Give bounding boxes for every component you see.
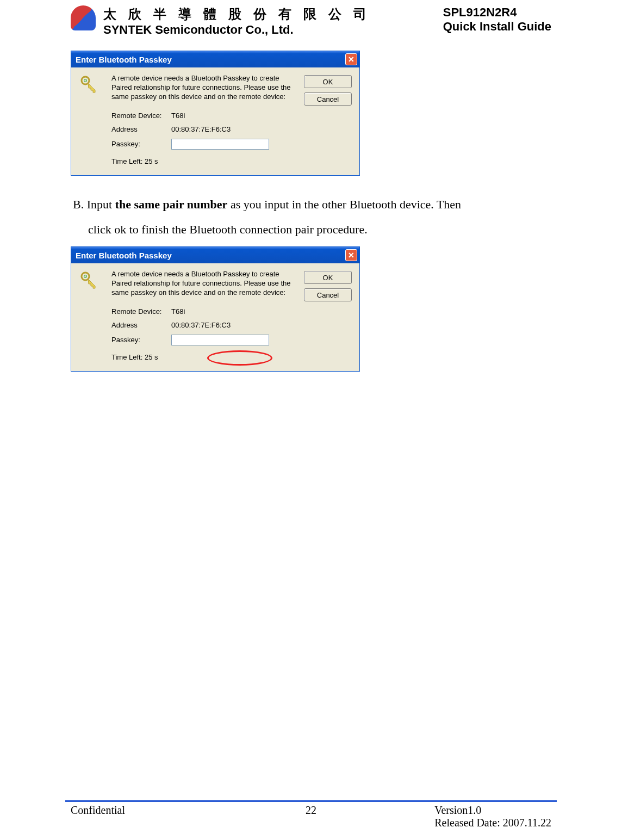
svg-point-1 (84, 79, 87, 82)
footer-released-date: Released Date: 2007.11.22 (434, 817, 551, 829)
instruction-bold: the same pair number (115, 197, 228, 211)
dialog-body: A remote device needs a Bluetooth Passke… (71, 67, 359, 175)
close-button[interactable]: ✕ (345, 53, 357, 65)
company-logo-icon (71, 5, 98, 33)
cancel-button[interactable]: Cancel (304, 288, 352, 301)
dialog-titlebar: Enter Bluetooth Passkey ✕ (71, 247, 359, 263)
passkey-label: Passkey: (111, 336, 171, 344)
cancel-button[interactable]: Cancel (304, 92, 352, 106)
header-right: SPL912N2R4 Quick Install Guide (443, 5, 551, 34)
footer-version: Version1.0 (434, 804, 551, 817)
key-icon (79, 74, 98, 94)
passkey-input[interactable] (171, 139, 269, 150)
dialog-body: A remote device needs a Bluetooth Passke… (71, 263, 359, 371)
bluetooth-passkey-dialog: Enter Bluetooth Passkey ✕ A remote devic… (71, 51, 360, 176)
dialog-titlebar: Enter Bluetooth Passkey ✕ (71, 51, 359, 67)
ok-button[interactable]: OK (304, 75, 352, 88)
passkey-label: Passkey: (111, 140, 171, 148)
time-left-label: Time Left: 25 s (111, 353, 295, 361)
close-button[interactable]: ✕ (345, 249, 357, 261)
dialog-description: A remote device needs a Bluetooth Passke… (111, 74, 295, 102)
close-icon: ✕ (348, 55, 354, 64)
remote-device-label: Remote Device: (111, 112, 171, 120)
key-icon (79, 270, 98, 289)
document-header: 太 欣 半 導 體 股 份 有 限 公 司 SYNTEK Semiconduct… (0, 0, 622, 37)
footer-page-number: 22 (289, 804, 333, 817)
address-label: Address (111, 125, 171, 133)
dialog-title: Enter Bluetooth Passkey (76, 55, 172, 64)
remote-device-label: Remote Device: (111, 307, 171, 316)
dialog-title: Enter Bluetooth Passkey (76, 251, 172, 260)
remote-device-value: T68i (171, 112, 295, 120)
ok-button[interactable]: OK (304, 271, 352, 284)
product-code: SPL912N2R4 (443, 5, 551, 20)
close-icon: ✕ (348, 251, 354, 260)
time-left-label: Time Left: 25 s (111, 157, 295, 165)
svg-point-3 (84, 275, 87, 278)
document-content: Enter Bluetooth Passkey ✕ A remote devic… (0, 37, 622, 372)
document-footer: Confidential 22 Version1.0 Released Date… (0, 800, 622, 829)
footer-divider (65, 800, 557, 802)
instruction-prefix: B. Input (73, 197, 115, 211)
company-name-chinese: 太 欣 半 導 體 股 份 有 限 公 司 (103, 5, 371, 23)
header-left: 太 欣 半 導 體 股 份 有 限 公 司 SYNTEK Semiconduct… (71, 5, 371, 37)
instruction-line2: click ok to finish the Bluetooth connect… (73, 217, 551, 242)
company-name-block: 太 欣 半 導 體 股 份 有 限 公 司 SYNTEK Semiconduct… (103, 5, 371, 37)
instruction-suffix: as you input in the other Bluetooth devi… (227, 197, 461, 211)
address-value: 00:80:37:7E:F6:C3 (171, 321, 295, 329)
address-label: Address (111, 321, 171, 329)
footer-confidential: Confidential (71, 804, 289, 817)
address-value: 00:80:37:7E:F6:C3 (171, 125, 295, 133)
instruction-text: B. Input the same pair number as you inp… (73, 192, 551, 242)
dialog-description: A remote device needs a Bluetooth Passke… (111, 270, 295, 298)
bluetooth-passkey-dialog-highlighted: Enter Bluetooth Passkey ✕ A remote devic… (71, 246, 360, 372)
passkey-input[interactable] (171, 335, 269, 345)
document-type: Quick Install Guide (443, 20, 551, 34)
remote-device-value: T68i (171, 307, 295, 316)
company-name-english: SYNTEK Semiconductor Co., Ltd. (103, 23, 371, 37)
